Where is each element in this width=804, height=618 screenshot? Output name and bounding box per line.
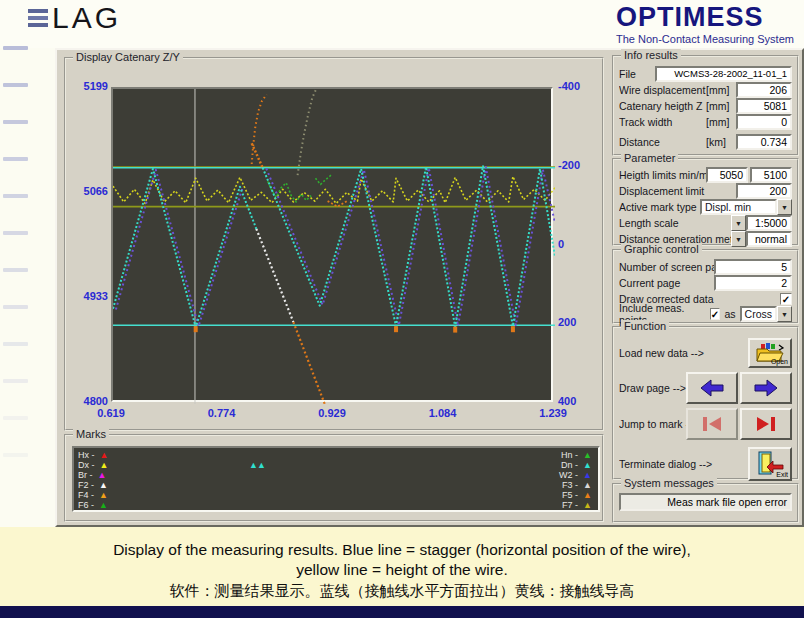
open-button-caption: Open xyxy=(771,358,788,365)
skip-back-icon xyxy=(701,416,723,432)
displacement-limit-label: Displacement limit xyxy=(619,185,736,197)
open-button[interactable]: Open xyxy=(748,338,792,368)
system-messages-group: System messages Meas mark file open erro… xyxy=(612,483,799,523)
sidebar-bar xyxy=(3,83,28,87)
mark-label: Br - xyxy=(78,470,93,480)
axis-tick-label: 1.084 xyxy=(421,407,465,419)
parameter-group: Parameter Heigth limits min/max 5050 510… xyxy=(612,158,799,246)
sidebar-bar xyxy=(3,46,28,50)
current-page-field[interactable]: 2 xyxy=(714,275,792,291)
catenary-height-label: Catenary heigth Z xyxy=(619,100,706,112)
optimess-logo: OPTIMESS The Non-Contact Measuring Syste… xyxy=(616,2,804,45)
axis-tick-label: 1.239 xyxy=(531,407,575,419)
sidebar-bar xyxy=(3,379,28,383)
mark-triangle-icon: ▲ xyxy=(583,451,592,460)
mark-legend-item: F5 -▲ xyxy=(562,490,592,500)
plot-group-title: Display Catenary Z/Y xyxy=(73,51,183,63)
mark-label: Dn - xyxy=(561,460,578,470)
displacement-limit-field[interactable]: 200 xyxy=(736,183,792,199)
file-field[interactable]: WCMS3-28-2002_11-01_1 xyxy=(655,66,792,82)
length-scale-label: Length scale xyxy=(619,217,731,229)
length-scale-dropdown-icon[interactable]: ▼ xyxy=(731,215,746,231)
mark-legend-item: Dx -▲ xyxy=(78,460,108,470)
sidebar-bar xyxy=(3,120,28,124)
axis-tick-label: -400 xyxy=(558,80,580,92)
app-window: Display Catenary Z/Y 5199506649334800-40… xyxy=(55,48,804,527)
marks-legend-right: Hn -▲Dn -▲W2 -▲F3 -▲F5 -▲F7 -▲ xyxy=(559,450,592,510)
info-results-title: Info results xyxy=(621,49,681,61)
length-scale-field[interactable]: 1:5000 xyxy=(746,215,792,231)
caption-line-1: Display of the measuring results. Blue l… xyxy=(0,541,804,559)
header: LAG OPTIMESS The Non-Contact Measuring S… xyxy=(0,0,804,48)
axis-tick-label: 0 xyxy=(558,238,564,250)
mark-triangle-icon: ▲ xyxy=(583,471,592,480)
system-message-box: Meas mark file open error xyxy=(619,493,792,511)
caption-line-3: 软件：测量结果显示。蓝线（接触线水平方面拉出）黄线：接触线导高 xyxy=(0,582,804,601)
caption-line-2: yellow line = height of the wire. xyxy=(0,561,804,579)
system-messages-title: System messages xyxy=(621,477,717,489)
sidebar-bar xyxy=(3,231,28,235)
axis-tick-label: 4933 xyxy=(68,290,108,302)
sidebar-bar xyxy=(3,342,28,346)
height-limits-label: Heigth limits min/max xyxy=(619,169,706,181)
wire-displacement-field[interactable]: 206 xyxy=(736,82,792,98)
jump-next-mark-button[interactable] xyxy=(740,408,792,440)
mark-label: Hx - xyxy=(78,450,95,460)
skip-forward-icon xyxy=(755,416,777,432)
chevron-down-icon[interactable]: ▼ xyxy=(777,306,792,322)
points-style-combo[interactable]: Cross ▼ xyxy=(740,306,792,322)
mark-triangle-icon: ▲ xyxy=(99,481,108,490)
catenary-plot[interactable] xyxy=(111,87,553,402)
distance-method-field[interactable]: normal xyxy=(746,231,792,247)
jump-previous-mark-button[interactable] xyxy=(686,408,738,440)
elag-logo-text: LAG xyxy=(52,3,121,33)
function-title: Function xyxy=(621,320,669,332)
catenary-plot-svg xyxy=(113,89,555,404)
exit-button[interactable]: Exit xyxy=(748,447,792,481)
exit-button-caption: Exit xyxy=(776,471,788,478)
screen-pages-field[interactable]: 5 xyxy=(714,259,792,275)
mark-triangle-icon: ▲ xyxy=(583,501,592,510)
axis-tick-label: 4800 xyxy=(68,395,108,407)
stray-mark-triangle-icon: ▲ xyxy=(257,461,266,470)
sidebar-bar xyxy=(3,453,28,457)
distance-field[interactable]: 0.734 xyxy=(736,134,792,150)
mark-legend-item: Hn -▲ xyxy=(561,450,592,460)
distance-method-dropdown-icon[interactable]: ▼ xyxy=(731,231,746,247)
sidebar-bar xyxy=(3,416,28,420)
draw-page-label: Draw page --> xyxy=(619,382,686,394)
draw-page-back-button[interactable] xyxy=(686,372,738,404)
draw-corrected-checkbox[interactable]: ✓ xyxy=(780,293,792,305)
height-limit-min-field[interactable]: 5050 xyxy=(706,167,748,183)
mark-label: Hn - xyxy=(561,450,578,460)
wire-displacement-unit: [mm] xyxy=(706,84,736,96)
mark-legend-item: F3 -▲ xyxy=(562,480,592,490)
chevron-down-icon[interactable]: ▼ xyxy=(777,199,792,215)
function-group: Function Load new data --> Open Dra xyxy=(612,326,799,480)
active-mark-type-combo[interactable]: Displ. min ▼ xyxy=(700,199,792,215)
axis-tick-label: 0.619 xyxy=(89,407,133,419)
parameter-title: Parameter xyxy=(621,152,678,164)
catenary-height-unit: [mm] xyxy=(706,100,736,112)
draw-page-forward-button[interactable] xyxy=(740,372,792,404)
marks-group-title: Marks xyxy=(73,428,109,440)
jump-to-mark-label: Jump to mark --> xyxy=(619,418,686,430)
mark-triangle-icon: ▲ xyxy=(583,481,592,490)
marks-group: Marks Hx -▲Dx -▲Br -▲F2 -▲F4 -▲F6 -▲ Hn … xyxy=(64,434,604,522)
sidebar-bar xyxy=(3,194,28,198)
graphic-control-group: Graphic control Number of screen pages 5… xyxy=(612,249,799,324)
mark-label: F7 - xyxy=(562,500,578,510)
wire-displacement-label: Wire displacement Y xyxy=(619,84,706,96)
track-width-field[interactable]: 0 xyxy=(736,114,792,130)
distance-label: Distance xyxy=(619,136,706,148)
mark-label: F3 - xyxy=(562,480,578,490)
mark-label: F6 - xyxy=(78,500,94,510)
screen: LAG OPTIMESS The Non-Contact Measuring S… xyxy=(0,0,804,618)
include-points-checkbox[interactable]: ✓ xyxy=(710,308,721,320)
mark-legend-item: F4 -▲ xyxy=(78,490,108,500)
catenary-height-field[interactable]: 5081 xyxy=(736,98,792,114)
height-limit-max-field[interactable]: 5100 xyxy=(750,167,792,183)
axis-tick-label: 400 xyxy=(558,395,576,407)
active-mark-type-label: Active mark type xyxy=(619,201,700,213)
marks-legend-left: Hx -▲Dx -▲Br -▲F2 -▲F4 -▲F6 -▲ xyxy=(78,450,108,510)
